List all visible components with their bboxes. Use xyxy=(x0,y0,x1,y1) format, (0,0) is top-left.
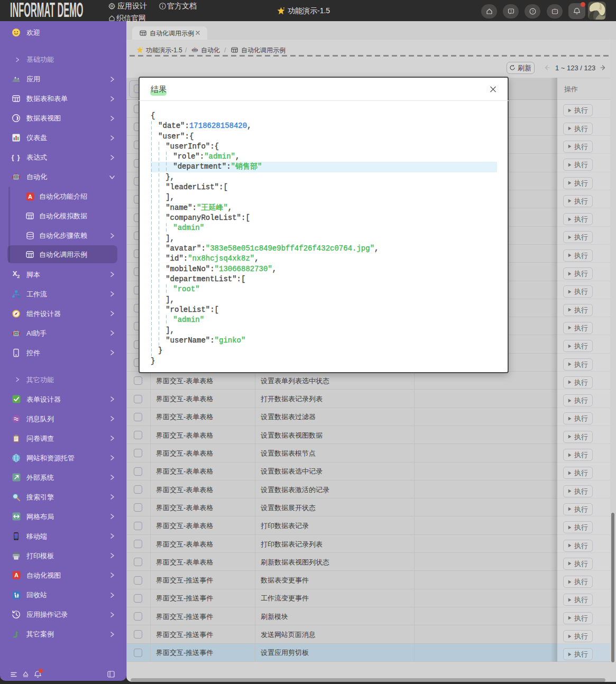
svg-text:?: ? xyxy=(531,9,534,14)
svg-text:A: A xyxy=(28,193,32,200)
svg-text:A: A xyxy=(14,572,19,578)
svg-text:?: ? xyxy=(510,9,512,13)
